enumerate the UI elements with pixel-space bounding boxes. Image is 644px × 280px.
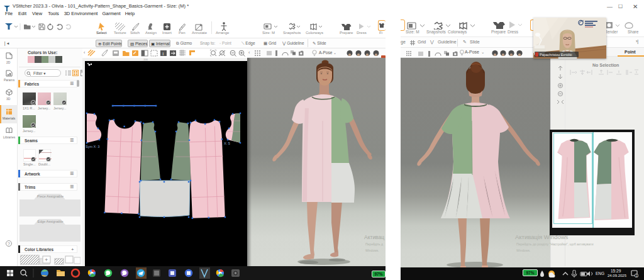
svg-text:+: +	[45, 257, 48, 263]
svg-text:X: 5: X: 5	[224, 142, 230, 145]
svg-text:Sym X: 3: Sym X: 3	[86, 145, 99, 148]
svg-text:1: 1	[636, 274, 638, 277]
